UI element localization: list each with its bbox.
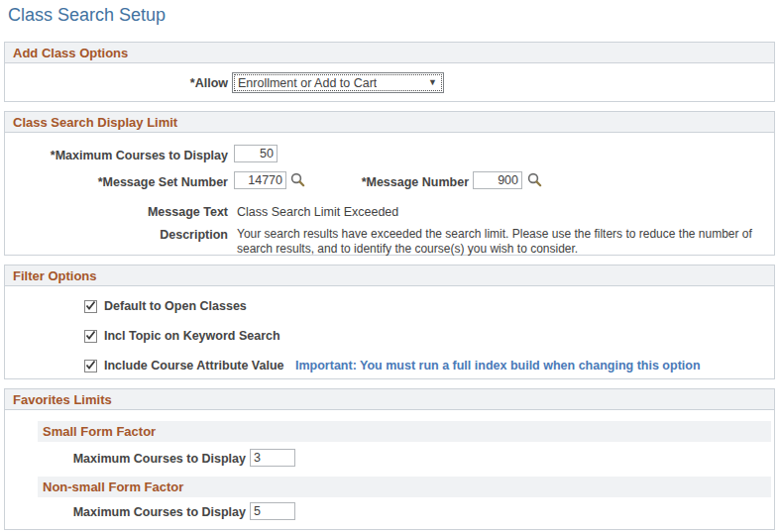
message-number-input[interactable]: [473, 171, 522, 189]
incl-topic-keyword-row: Incl Topic on Keyword Search: [84, 329, 280, 343]
incl-topic-keyword-checkbox[interactable]: [84, 330, 97, 343]
incl-topic-keyword-label: Incl Topic on Keyword Search: [104, 329, 280, 343]
checkmark-icon: [85, 330, 96, 341]
default-to-open-classes-label: Default to Open Classes: [104, 299, 247, 313]
small-max-courses-input[interactable]: [250, 449, 295, 467]
default-to-open-classes-row: Default to Open Classes: [84, 299, 247, 313]
allow-dropdown-value: Enrollment or Add to Cart: [238, 76, 377, 90]
message-number-label: *Message Number: [292, 175, 469, 189]
section-favorites-limits: Favorites Limits Small Form Factor Maxim…: [4, 388, 775, 530]
description-value: Your search results have exceeded the se…: [237, 227, 768, 257]
description-label: Description: [5, 228, 228, 242]
section-header-add-class-options: Add Class Options: [5, 43, 774, 63]
index-build-important-note: Important: You must run a full index bui…: [295, 359, 701, 372]
message-set-number-label: *Message Set Number: [5, 175, 228, 189]
include-course-attribute-label: Include Course Attribute Value: [104, 359, 284, 372]
allow-label: *Allow: [5, 76, 228, 90]
include-course-attribute-row: Include Course Attribute Value: [84, 359, 284, 372]
class-search-setup-page: Class Search Setup Add Class Options *Al…: [0, 0, 779, 532]
chevron-down-icon: ▼: [428, 77, 437, 87]
max-courses-label: *Maximum Courses to Display: [5, 149, 228, 162]
section-header-favorites-limits: Favorites Limits: [5, 389, 774, 410]
non-small-max-courses-input[interactable]: [250, 502, 295, 520]
section-header-display-limit: Class Search Display Limit: [5, 112, 774, 133]
message-number-lookup-icon[interactable]: [526, 171, 543, 188]
non-small-max-courses-label: Maximum Courses to Display: [5, 505, 246, 519]
max-courses-input[interactable]: [234, 145, 278, 162]
small-form-factor-subheader: Small Form Factor: [38, 421, 771, 442]
checkmark-icon: [85, 300, 96, 311]
section-add-class-options: Add Class Options *Allow Enrollment or A…: [4, 42, 775, 102]
allow-dropdown[interactable]: Enrollment or Add to Cart ▼: [232, 72, 444, 93]
page-title: Class Search Setup: [8, 5, 166, 26]
non-small-form-factor-subheader: Non-small Form Factor: [38, 477, 771, 497]
checkmark-icon: [85, 360, 96, 371]
message-text-label: Message Text: [5, 205, 228, 219]
section-header-filter-options: Filter Options: [5, 266, 774, 286]
include-course-attribute-checkbox[interactable]: [84, 360, 97, 372]
section-filter-options: Filter Options Default to Open Classes I…: [4, 265, 775, 379]
default-to-open-classes-checkbox[interactable]: [84, 300, 97, 313]
message-set-number-input[interactable]: [234, 171, 286, 189]
small-max-courses-label: Maximum Courses to Display: [5, 452, 246, 466]
section-class-search-display-limit: Class Search Display Limit *Maximum Cour…: [4, 111, 775, 256]
message-text-value: Class Search Limit Exceeded: [237, 205, 398, 219]
